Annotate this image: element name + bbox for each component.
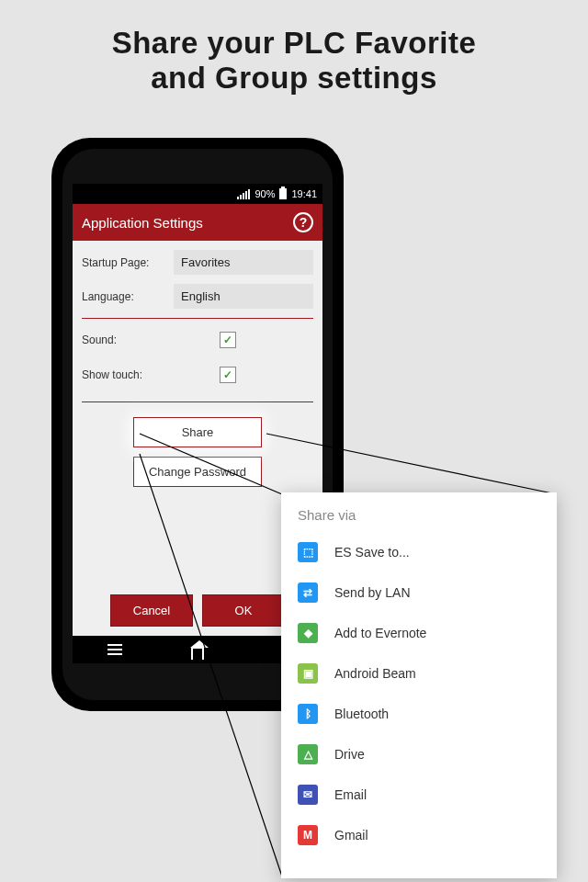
drive-icon: △: [298, 744, 318, 764]
app-bar: Application Settings ?: [73, 204, 322, 241]
touch-checkbox[interactable]: ✓: [220, 367, 236, 383]
clock: 19:41: [291, 188, 317, 199]
home-icon[interactable]: [191, 647, 204, 660]
startup-dropdown[interactable]: Favorites: [174, 250, 313, 275]
email-icon: ✉: [298, 785, 318, 805]
share-item-label: Bluetooth: [334, 707, 389, 721]
evernote-icon: ◆: [298, 623, 318, 643]
button-stack: Share Change Password: [82, 417, 313, 487]
share-button[interactable]: Share: [133, 417, 262, 447]
headline-line1: Share your PLC Favorite: [18, 26, 570, 61]
language-label: Language:: [82, 290, 164, 303]
headline-line2: and Group settings: [18, 61, 570, 96]
es-icon: ⬚: [298, 542, 318, 562]
signal-icon: [237, 189, 250, 199]
menu-icon[interactable]: [107, 644, 122, 655]
touch-row: Show touch: ✓: [82, 367, 313, 383]
battery-icon: [279, 188, 287, 199]
cancel-button[interactable]: Cancel: [110, 594, 193, 627]
share-item-label: Send by LAN: [334, 585, 411, 600]
sound-row: Sound: ✓: [82, 332, 313, 348]
language-row: Language: English: [82, 284, 313, 309]
share-sheet: Share via ⬚ ES Save to... ⇄ Send by LAN …: [281, 492, 557, 878]
share-item-lan[interactable]: ⇄ Send by LAN: [281, 572, 557, 613]
share-item-label: Android Beam: [334, 666, 416, 681]
sound-checkbox[interactable]: ✓: [220, 332, 236, 348]
promo-headline: Share your PLC Favorite and Group settin…: [0, 0, 588, 105]
share-item-evernote[interactable]: ◆ Add to Evernote: [281, 613, 557, 653]
app-bar-title: Application Settings: [82, 215, 203, 231]
share-item-label: Gmail: [334, 828, 368, 842]
share-item-beam[interactable]: ▣ Android Beam: [281, 653, 557, 694]
ok-button[interactable]: OK: [202, 594, 285, 627]
share-item-email[interactable]: ✉ Email: [281, 775, 557, 815]
share-item-gmail[interactable]: M Gmail: [281, 815, 557, 855]
status-bar: 90% 19:41: [73, 184, 322, 204]
share-sheet-title: Share via: [281, 507, 557, 532]
share-item-label: Drive: [334, 747, 365, 762]
startup-row: Startup Page: Favorites: [82, 250, 313, 275]
bluetooth-icon: ᛒ: [298, 704, 318, 724]
share-item-label: ES Save to...: [334, 545, 410, 560]
touch-label: Show touch:: [82, 368, 220, 381]
sound-label: Sound:: [82, 334, 220, 346]
divider: [82, 401, 313, 402]
help-icon[interactable]: ?: [293, 212, 313, 232]
share-item-label: Email: [334, 787, 367, 802]
gmail-icon: M: [298, 825, 318, 845]
battery-pct: 90%: [254, 188, 275, 199]
divider: [82, 318, 313, 319]
share-item-drive[interactable]: △ Drive: [281, 734, 557, 775]
share-item-es[interactable]: ⬚ ES Save to...: [281, 532, 557, 572]
language-dropdown[interactable]: English: [174, 284, 313, 309]
startup-label: Startup Page:: [82, 256, 164, 269]
lan-icon: ⇄: [298, 582, 318, 603]
android-beam-icon: ▣: [298, 663, 318, 684]
share-item-bluetooth[interactable]: ᛒ Bluetooth: [281, 694, 557, 734]
change-password-button[interactable]: Change Password: [133, 457, 262, 487]
share-item-label: Add to Evernote: [334, 626, 426, 640]
